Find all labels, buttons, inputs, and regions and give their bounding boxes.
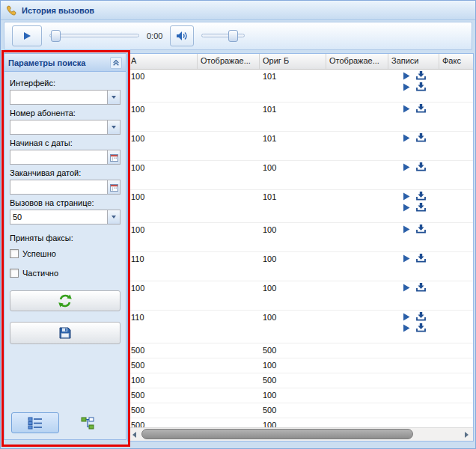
cell-records xyxy=(388,132,439,160)
scroll-right-icon xyxy=(465,432,469,438)
cell-fax xyxy=(439,281,473,310)
queue-view-button[interactable] xyxy=(11,412,59,433)
interface-input[interactable] xyxy=(10,91,107,104)
column-header-display-a[interactable]: Отображае... xyxy=(198,54,260,69)
table-row[interactable]: 500 100 xyxy=(128,358,473,373)
seek-slider[interactable] xyxy=(49,29,139,43)
date-to-calendar-trigger[interactable] xyxy=(107,180,120,194)
volume-slider-track[interactable] xyxy=(201,34,245,37)
download-recording-icon[interactable] xyxy=(416,283,426,292)
fax-success-checkbox[interactable] xyxy=(10,249,19,258)
collapse-icon xyxy=(112,59,120,67)
volume-slider-thumb[interactable] xyxy=(228,30,238,42)
download-recording-icon[interactable] xyxy=(416,133,426,142)
cell-orig-b: 100 xyxy=(260,358,326,373)
table-row[interactable]: 110 100 xyxy=(128,252,473,281)
date-from-input[interactable] xyxy=(10,150,107,164)
column-header-orig-b[interactable]: Ориг Б xyxy=(260,54,326,69)
chevron-down-icon xyxy=(112,96,116,99)
column-header-orig-a[interactable]: А xyxy=(128,54,198,69)
table-row[interactable]: 100 100 xyxy=(128,161,473,190)
scroll-right-button[interactable] xyxy=(460,428,473,441)
per-page-input[interactable] xyxy=(10,210,107,224)
search-parameters-panel: Параметры поиска Интерфейс: Номер абонен… xyxy=(4,53,126,440)
scrollbar-track[interactable] xyxy=(141,428,460,441)
table-row[interactable]: 110 100 xyxy=(128,311,473,343)
download-recording-icon[interactable] xyxy=(416,203,426,212)
cell-display-b xyxy=(326,132,388,160)
column-header-display-b[interactable]: Отображае... xyxy=(326,54,388,69)
download-recording-icon[interactable] xyxy=(416,104,426,113)
play-recording-icon[interactable] xyxy=(403,105,410,113)
download-recording-icon[interactable] xyxy=(416,224,426,233)
interface-dropdown-trigger[interactable] xyxy=(107,91,120,104)
column-header-fax[interactable]: Факс xyxy=(439,54,473,69)
play-recording-icon[interactable] xyxy=(403,83,410,91)
subscriber-dropdown-trigger[interactable] xyxy=(107,120,120,134)
calls-table: А Отображае... Ориг Б Отображае... Запис… xyxy=(127,53,474,442)
table-row[interactable]: 500 500 xyxy=(128,343,473,358)
date-to-input[interactable] xyxy=(10,180,107,194)
play-recording-icon[interactable] xyxy=(403,192,410,201)
table-row[interactable]: 100 101 xyxy=(128,132,473,161)
date-from-calendar-trigger[interactable] xyxy=(107,150,120,164)
cell-orig-b: 100 xyxy=(260,388,326,403)
seek-slider-thumb[interactable] xyxy=(51,30,61,42)
play-recording-icon[interactable] xyxy=(403,284,410,292)
fax-partial-checkbox[interactable] xyxy=(10,269,19,278)
scroll-left-button[interactable] xyxy=(128,428,141,441)
cell-display-b xyxy=(326,388,388,403)
cell-orig-b: 100 xyxy=(260,223,326,251)
volume-slider[interactable] xyxy=(201,29,245,43)
table-row[interactable]: 500 100 xyxy=(128,388,473,403)
collapse-panel-button[interactable] xyxy=(110,57,122,69)
tree-view-button[interactable] xyxy=(71,412,104,433)
tree-view-icon xyxy=(81,417,94,430)
cell-orig-a: 100 xyxy=(128,70,198,102)
play-button[interactable] xyxy=(12,25,42,46)
recording-entry xyxy=(403,192,426,201)
play-recording-icon[interactable] xyxy=(403,72,410,80)
interface-combo xyxy=(10,90,120,105)
download-recording-icon[interactable] xyxy=(416,162,426,171)
cell-records xyxy=(388,373,439,388)
recording-entry xyxy=(403,283,426,292)
download-recording-icon[interactable] xyxy=(416,82,426,91)
table-row[interactable]: 500 100 xyxy=(128,418,473,427)
download-recording-icon[interactable] xyxy=(416,312,426,321)
save-button[interactable] xyxy=(10,322,120,344)
play-recording-icon[interactable] xyxy=(403,163,410,171)
table-row[interactable]: 100 500 xyxy=(128,373,473,388)
table-row[interactable]: 100 101 xyxy=(128,70,473,103)
cell-fax xyxy=(439,132,473,160)
cell-display-b xyxy=(326,103,388,131)
per-page-combo xyxy=(10,210,120,224)
refresh-button[interactable] xyxy=(10,290,120,311)
recording-entry xyxy=(403,162,426,171)
download-recording-icon[interactable] xyxy=(416,323,426,332)
volume-button[interactable] xyxy=(170,25,194,46)
horizontal-scrollbar[interactable] xyxy=(128,427,473,441)
table-row[interactable]: 100 100 xyxy=(128,223,473,252)
table-row[interactable]: 100 100 xyxy=(128,281,473,311)
play-recording-icon[interactable] xyxy=(403,134,410,142)
subscriber-input[interactable] xyxy=(10,120,107,134)
download-recording-icon[interactable] xyxy=(416,254,426,263)
column-header-records[interactable]: Записи xyxy=(388,54,439,69)
play-recording-icon[interactable] xyxy=(403,225,410,233)
play-recording-icon[interactable] xyxy=(403,313,410,321)
play-recording-icon[interactable] xyxy=(403,324,410,332)
per-page-dropdown-trigger[interactable] xyxy=(107,210,120,224)
table-row[interactable]: 100 101 xyxy=(128,103,473,132)
table-row[interactable]: 100 101 xyxy=(128,190,473,223)
seek-slider-track[interactable] xyxy=(49,34,139,37)
download-recording-icon[interactable] xyxy=(416,192,426,201)
cell-fax xyxy=(439,418,473,427)
play-recording-icon[interactable] xyxy=(403,204,410,212)
play-recording-icon[interactable] xyxy=(403,254,410,263)
cell-orig-a: 110 xyxy=(128,311,198,343)
table-row[interactable]: 500 500 xyxy=(128,403,473,418)
download-recording-icon[interactable] xyxy=(416,71,426,80)
search-panel-title: Параметры поиска xyxy=(8,58,85,67)
scrollbar-thumb[interactable] xyxy=(141,429,413,439)
